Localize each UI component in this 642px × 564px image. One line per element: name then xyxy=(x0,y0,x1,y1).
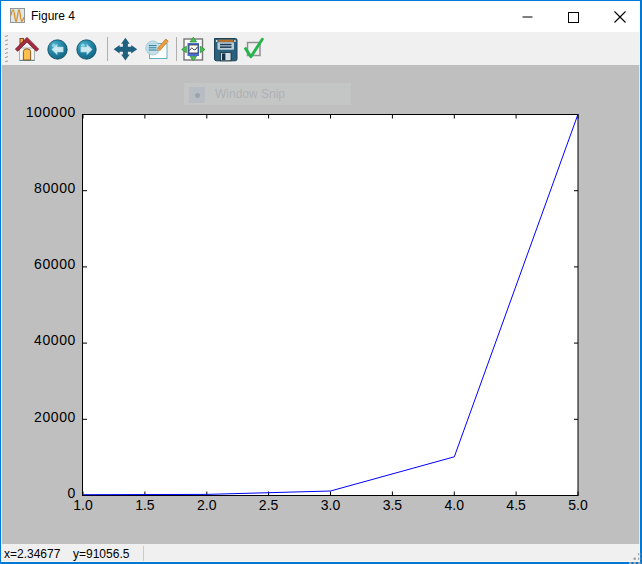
svg-text:3.5: 3.5 xyxy=(383,497,403,513)
svg-text:1.5: 1.5 xyxy=(135,497,155,513)
svg-text:5.0: 5.0 xyxy=(568,497,588,513)
svg-text:2.0: 2.0 xyxy=(197,497,217,513)
svg-text:20000: 20000 xyxy=(34,409,76,425)
svg-text:2.5: 2.5 xyxy=(259,497,279,513)
svg-text:4.5: 4.5 xyxy=(506,497,526,513)
svg-text:1.0: 1.0 xyxy=(73,497,93,513)
svg-text:80000: 80000 xyxy=(34,180,76,196)
svg-text:60000: 60000 xyxy=(34,256,76,272)
svg-text:4.0: 4.0 xyxy=(445,497,465,513)
svg-text:40000: 40000 xyxy=(34,332,76,348)
svg-text:100000: 100000 xyxy=(26,104,76,120)
svg-text:3.0: 3.0 xyxy=(321,497,341,513)
